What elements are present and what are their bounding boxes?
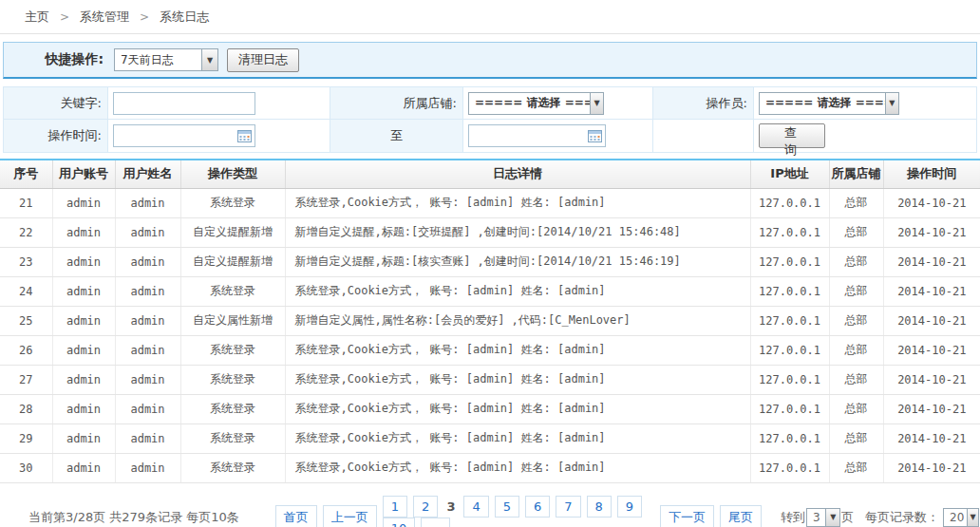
cell-type: 自定义提醒新增: [180, 217, 285, 247]
cell-no: 28: [0, 394, 52, 423]
cell-no: 23: [0, 247, 52, 276]
cell-detail: 系统登录,Cookie方式， 账号: [admin] 姓名: [admin]: [285, 365, 750, 394]
shop-select[interactable]: ===== 请选择 ===== ▼: [468, 92, 604, 115]
cell-type: 系统登录: [180, 335, 285, 365]
table-row: 23adminadmin自定义提醒新增新增自定义提醒,标题:[核实查账] ,创建…: [0, 247, 980, 276]
cell-type: 系统登录: [180, 188, 285, 217]
shop-cell: ===== 请选择 ===== ▼: [463, 87, 653, 120]
pagination-bar: 当前第3/28页 共279条记录 每页10条 首页 上一页 1234567891…: [0, 483, 980, 527]
quick-action-select-value: 7天前日志: [115, 52, 179, 68]
operator-select[interactable]: ===== 请选择 ===== ▼: [759, 92, 899, 115]
time-to-input[interactable]: [468, 124, 606, 147]
cell-type: 自定义属性新增: [180, 306, 285, 335]
operator-select-value: ===== 请选择 =====: [760, 95, 885, 111]
chevron-down-icon[interactable]: ▼: [590, 93, 603, 114]
table-row: 24adminadmin系统登录系统登录,Cookie方式， 账号: [admi…: [0, 276, 980, 306]
page-number-button[interactable]: 5: [495, 496, 519, 518]
cell-no: 30: [0, 453, 52, 482]
prev-page-button[interactable]: 上一页: [323, 505, 377, 527]
cell-type: 系统登录: [180, 394, 285, 423]
cell-account: admin: [52, 188, 115, 217]
goto-unit-label: 页: [841, 509, 854, 526]
log-table: 序号 用户账号 用户姓名 操作类型 日志详情 IP地址 所属店铺 操作时间 21…: [0, 159, 980, 483]
cell-detail: 新增自定义提醒,标题:[交班提醒] ,创建时间:[2014/10/21 15:4…: [285, 217, 750, 247]
table-row: 25adminadmin自定义属性新增新增自定义属性,属性名称:[会员的爱好] …: [0, 306, 980, 335]
cell-ip: 127.0.0.1: [750, 394, 829, 423]
table-row: 29adminadmin系统登录系统登录,Cookie方式， 账号: [admi…: [0, 423, 980, 453]
page-number-button[interactable]: 4: [463, 496, 488, 518]
page-number-button[interactable]: ...: [421, 518, 449, 527]
cell-type: 系统登录: [180, 423, 285, 453]
chevron-down-icon[interactable]: ▼: [967, 509, 978, 526]
cell-time: 2014-10-21: [883, 276, 980, 306]
last-page-button[interactable]: 尾页: [720, 505, 762, 527]
cell-detail: 系统登录,Cookie方式， 账号: [admin] 姓名: [admin]: [285, 394, 750, 423]
cell-no: 27: [0, 365, 52, 394]
first-page-button[interactable]: 首页: [275, 505, 317, 527]
time-from-cell: [108, 120, 330, 152]
cell-name: admin: [115, 247, 180, 276]
cell-shop: 总部: [829, 188, 883, 217]
cell-ip: 127.0.0.1: [750, 365, 829, 394]
goto-label: 转到: [781, 509, 805, 526]
page-number-button[interactable]: 7: [556, 496, 580, 518]
page-number-button[interactable]: 10: [383, 518, 416, 527]
keyword-input[interactable]: [113, 92, 255, 115]
cell-no: 25: [0, 306, 52, 335]
filter-panel: 关键字: 所属店铺: ===== 请选择 ===== ▼ 操作员: ===== …: [3, 86, 977, 153]
pagination-summary: 当前第3/28页 共279条记录 每页10条: [28, 509, 239, 526]
cell-account: admin: [52, 335, 115, 365]
cell-no: 22: [0, 217, 52, 247]
cell-account: admin: [52, 365, 115, 394]
page-number-button[interactable]: 6: [525, 496, 550, 518]
cell-type: 自定义提醒新增: [180, 247, 285, 276]
col-header-name: 用户姓名: [115, 160, 180, 188]
cell-shop: 总部: [829, 365, 883, 394]
goto-page-select[interactable]: 3 ▼: [806, 508, 840, 527]
chevron-down-icon[interactable]: ▼: [201, 49, 217, 70]
chevron-down-icon[interactable]: ▼: [885, 93, 898, 114]
shop-label: 所属店铺:: [330, 87, 463, 120]
time-to-cell: [463, 120, 653, 152]
col-header-type: 操作类型: [180, 160, 285, 188]
page-number-button[interactable]: 9: [617, 496, 642, 518]
cell-name: admin: [115, 276, 180, 306]
page-number-button[interactable]: 8: [587, 496, 612, 518]
cell-account: admin: [52, 217, 115, 247]
calendar-icon[interactable]: [588, 129, 602, 142]
cell-name: admin: [115, 335, 180, 365]
cell-no: 24: [0, 276, 52, 306]
cell-account: admin: [52, 306, 115, 335]
query-button[interactable]: 查 询: [759, 123, 825, 148]
next-page-button[interactable]: 下一页: [660, 505, 714, 527]
breadcrumb-item-home[interactable]: 主页: [25, 9, 49, 26]
cell-time: 2014-10-21: [883, 335, 980, 365]
per-page-select[interactable]: 20 ▼: [943, 508, 979, 527]
cell-time: 2014-10-21: [883, 306, 980, 335]
cell-shop: 总部: [829, 394, 883, 423]
table-row: 22adminadmin自定义提醒新增新增自定义提醒,标题:[交班提醒] ,创建…: [0, 217, 980, 247]
operator-label: 操作员:: [653, 87, 754, 120]
log-table-body: 21adminadmin系统登录系统登录,Cookie方式， 账号: [admi…: [0, 188, 980, 482]
page-number-button[interactable]: 1: [383, 496, 407, 518]
per-page-label: 每页记录数：: [865, 509, 939, 526]
clear-log-button[interactable]: 清理日志: [227, 48, 299, 72]
cell-type: 系统登录: [180, 453, 285, 482]
cell-ip: 127.0.0.1: [750, 453, 829, 482]
calendar-icon[interactable]: [237, 129, 252, 142]
chevron-down-icon[interactable]: ▼: [825, 509, 839, 526]
operator-cell: ===== 请选择 ===== ▼: [754, 87, 976, 120]
breadcrumb-item-system-management[interactable]: 系统管理: [80, 9, 129, 26]
page-number-button[interactable]: 2: [413, 496, 438, 518]
cell-type: 系统登录: [180, 276, 285, 306]
col-header-time: 操作时间: [883, 160, 980, 188]
page-number-current: 3: [446, 499, 455, 514]
goto-page-group: 转到 3 ▼ 页 每页记录数： 20 ▼: [781, 508, 980, 527]
cell-shop: 总部: [829, 453, 883, 482]
cell-ip: 127.0.0.1: [750, 276, 829, 306]
cell-account: admin: [52, 276, 115, 306]
cell-ip: 127.0.0.1: [750, 335, 829, 365]
cell-shop: 总部: [829, 335, 883, 365]
time-from-input[interactable]: [113, 124, 255, 147]
quick-action-select[interactable]: 7天前日志 ▼: [114, 48, 218, 71]
